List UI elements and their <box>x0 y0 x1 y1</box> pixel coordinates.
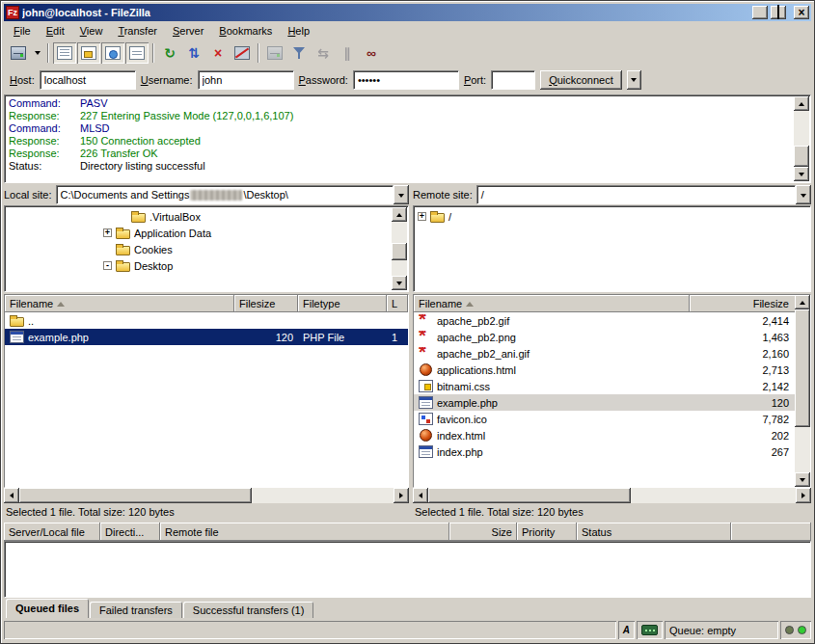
scroll-down-button[interactable] <box>795 472 810 487</box>
disconnect-button[interactable] <box>231 42 254 64</box>
column-header-size[interactable]: Size <box>449 523 517 541</box>
menu-server[interactable]: Server <box>165 23 211 39</box>
toggle-local-tree-button[interactable] <box>77 42 100 64</box>
log-vertical-scrollbar[interactable] <box>794 96 809 181</box>
remote-site-combo[interactable]: / <box>476 185 811 204</box>
scroll-thumb[interactable] <box>19 488 252 503</box>
menu-file[interactable]: File <box>6 23 39 39</box>
file-row[interactable]: apache_pb2.gif 2,414 <box>414 312 810 329</box>
column-header-filesize[interactable]: Filesize <box>690 295 810 312</box>
menu-view[interactable]: View <box>72 23 111 39</box>
tab-failed-transfers[interactable]: Failed transfers <box>90 602 182 618</box>
scroll-thumb[interactable] <box>428 488 631 503</box>
file-row-selected[interactable]: example.php 120 <box>414 394 810 411</box>
find-files-button[interactable]: ∞ <box>360 42 383 64</box>
file-row[interactable]: index.html 202 <box>414 427 810 443</box>
file-row[interactable]: favicon.ico 7,782 <box>414 411 810 427</box>
toggle-queue-button[interactable] <box>125 42 149 64</box>
column-header-filename[interactable]: Filename <box>414 295 690 312</box>
scroll-left-button[interactable] <box>413 488 428 503</box>
column-header-server-local-file[interactable]: Server/Local file <box>4 523 100 541</box>
file-row[interactable]: applications.html 2,713 <box>414 362 810 378</box>
column-header-remote-file[interactable]: Remote file <box>160 523 449 541</box>
file-row[interactable]: apache_pb2_ani.gif 2,160 <box>414 345 810 362</box>
ascii-indicator[interactable]: A <box>618 621 635 639</box>
host-input[interactable] <box>40 70 136 90</box>
encryption-indicator[interactable] <box>637 621 663 639</box>
local-site-combo-arrow[interactable] <box>394 185 409 204</box>
close-button[interactable] <box>794 6 809 19</box>
app-icon[interactable]: Fz <box>6 6 19 19</box>
scroll-up-button[interactable] <box>392 207 407 222</box>
remote-vertical-scrollbar[interactable] <box>795 295 810 487</box>
directory-comparison-button[interactable]: ⇆ <box>312 42 335 64</box>
site-manager-dropdown-button[interactable] <box>31 42 43 64</box>
column-header-last-modified[interactable]: L <box>387 295 408 312</box>
quickconnect-dropdown-button[interactable] <box>627 70 641 90</box>
toggle-remote-tree-button[interactable] <box>101 42 124 64</box>
reconnect-button[interactable] <box>263 42 286 64</box>
column-header-filename[interactable]: Filename <box>5 295 234 312</box>
title-bar[interactable]: Fz john@localhost - FileZilla <box>4 4 811 21</box>
scroll-down-button[interactable] <box>794 167 809 181</box>
process-queue-button[interactable]: ⇅ <box>182 42 205 64</box>
tree-item[interactable]: .VirtualBox <box>7 208 389 225</box>
site-manager-button[interactable] <box>7 42 30 64</box>
remote-site-path[interactable]: / <box>476 185 796 204</box>
tab-successful-transfers[interactable]: Successful transfers (1) <box>183 602 314 618</box>
column-header-priority[interactable]: Priority <box>517 523 577 541</box>
minimize-button[interactable] <box>752 6 768 19</box>
tree-item[interactable]: + / <box>416 208 791 225</box>
remote-horizontal-scrollbar[interactable] <box>413 488 811 503</box>
cancel-button[interactable]: × <box>206 42 230 64</box>
tab-queued-files[interactable]: Queued files <box>6 599 89 618</box>
maximize-button[interactable] <box>771 6 786 19</box>
scroll-track[interactable] <box>392 222 407 276</box>
tree-expand-icon[interactable]: + <box>103 228 112 237</box>
scroll-track[interactable] <box>428 488 796 503</box>
scroll-track[interactable] <box>794 111 809 167</box>
toggle-message-log-button[interactable] <box>53 42 76 64</box>
username-input[interactable] <box>198 70 294 90</box>
local-site-path[interactable]: C:\Documents and Settings \Desktop\ <box>56 185 394 204</box>
file-row[interactable]: .. <box>5 312 408 329</box>
synchronized-browsing-button[interactable]: ∥ <box>336 42 359 64</box>
file-row-selected[interactable]: example.php 120 PHP File 1 <box>5 329 408 345</box>
tree-collapse-icon[interactable]: - <box>103 261 112 270</box>
menu-transfer[interactable]: Transfer <box>110 23 165 39</box>
password-input[interactable] <box>353 70 459 90</box>
file-row[interactable]: index.php 267 <box>414 443 810 460</box>
scroll-track[interactable] <box>19 488 394 503</box>
menu-help[interactable]: Help <box>280 23 317 39</box>
scroll-thumb[interactable] <box>795 309 810 427</box>
local-tree-vertical-scrollbar[interactable] <box>392 207 407 290</box>
scroll-left-button[interactable] <box>4 488 19 503</box>
scroll-right-button[interactable] <box>796 488 811 503</box>
tree-item[interactable]: Cookies <box>7 241 389 257</box>
local-horizontal-scrollbar[interactable] <box>4 488 409 503</box>
port-input[interactable] <box>491 70 535 90</box>
filter-button[interactable] <box>287 42 311 64</box>
tree-item[interactable]: + Application Data <box>7 225 389 241</box>
remote-site-combo-arrow[interactable] <box>796 185 811 204</box>
scroll-thumb[interactable] <box>392 243 407 260</box>
file-row[interactable]: bitnami.css 2,142 <box>414 378 810 394</box>
quickconnect-button[interactable]: Quickconnect <box>540 70 622 90</box>
column-header-filetype[interactable]: Filetype <box>298 295 387 312</box>
scroll-up-button[interactable] <box>795 295 810 309</box>
tree-expand-icon[interactable]: + <box>418 212 426 221</box>
menu-edit[interactable]: Edit <box>39 23 72 39</box>
local-site-combo[interactable]: C:\Documents and Settings \Desktop\ <box>56 185 409 204</box>
refresh-button[interactable]: ↻ <box>158 42 181 64</box>
scroll-track[interactable] <box>795 309 810 472</box>
scroll-down-button[interactable] <box>392 276 407 290</box>
column-header-status[interactable]: Status <box>577 523 731 541</box>
scroll-thumb[interactable] <box>794 146 809 167</box>
tree-item[interactable]: - Desktop <box>7 257 389 274</box>
menu-bookmarks[interactable]: Bookmarks <box>211 23 280 39</box>
file-row[interactable]: apache_pb2.png 1,463 <box>414 329 810 345</box>
scroll-up-button[interactable] <box>794 96 809 111</box>
scroll-right-button[interactable] <box>394 488 409 503</box>
column-header-direction[interactable]: Directi... <box>100 523 160 541</box>
column-header-filesize[interactable]: Filesize <box>234 295 298 312</box>
